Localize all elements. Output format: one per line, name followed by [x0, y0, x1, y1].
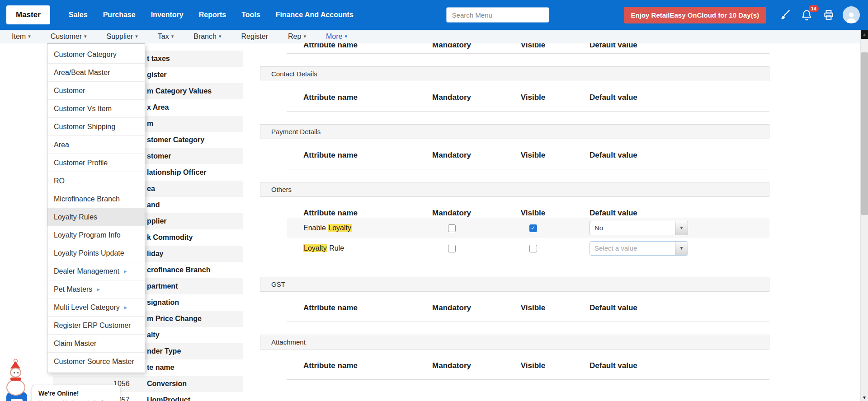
nav-item-sales[interactable]: Sales — [69, 11, 88, 19]
select-value: No — [590, 224, 675, 232]
section-header-bar: Payment Details — [260, 124, 769, 139]
notification-badge: 14 — [809, 5, 819, 12]
menu-item-label: Dealer Management — [54, 262, 119, 280]
menu-item-microfinance-branch[interactable]: Microfinance Branch — [47, 190, 145, 208]
menu-item-loyalty-points-update[interactable]: Loyalty Points Update — [47, 244, 145, 262]
subnav-label: Tax — [158, 33, 169, 41]
menu-item-customer-profile[interactable]: Customer Profile — [47, 154, 145, 172]
menu-item-customer-shipping[interactable]: Customer Shipping — [47, 118, 145, 136]
col-attribute-name: Attribute name — [287, 93, 413, 102]
subnav-item-more[interactable]: More ▾ — [326, 33, 347, 41]
notifications-bell-icon[interactable]: 14 — [801, 9, 813, 21]
section-title: Others — [271, 186, 292, 193]
menu-item-area-beat-master[interactable]: Area/Beat Master — [47, 64, 145, 82]
menu-item-register-erp-customer[interactable]: Register ERP Customer — [47, 317, 145, 335]
menu-item-customer-source-master[interactable]: Customer Source Master — [47, 353, 145, 371]
section-title: Contact Details — [271, 70, 317, 78]
checkmark-icon: ✓ — [530, 225, 537, 232]
visible-checkbox[interactable]: ✓ — [529, 245, 537, 252]
user-avatar[interactable] — [843, 6, 860, 23]
menu-item-multi-level-category[interactable]: Multi Level Category▸ — [47, 298, 145, 317]
col-mandatory: Mandatory — [413, 361, 490, 370]
chevron-down-icon: ▾ — [303, 33, 306, 39]
scrollbar[interactable]: ▲ ▼ — [860, 30, 868, 401]
default-value-select[interactable]: Select a value ▼ — [590, 241, 688, 256]
menu-item-dealer-management[interactable]: Dealer Management▸ — [47, 262, 145, 280]
subnav-label: Supplier — [107, 33, 133, 41]
menu-item-label: Loyalty Points Update — [54, 244, 124, 262]
col-default-value: Default value — [576, 93, 769, 102]
menu-item-customer[interactable]: Customer — [47, 82, 145, 100]
nav-item-finance-and-accounts[interactable]: Finance And Accounts — [276, 11, 354, 19]
col-mandatory: Mandatory — [413, 93, 490, 102]
col-default-value: Default value — [576, 361, 769, 370]
mandatory-checkbox[interactable]: ✓ — [448, 224, 456, 232]
menu-item-label: Customer Shipping — [54, 118, 115, 136]
brush-icon[interactable] — [779, 9, 791, 21]
chat-mascot-snowman — [4, 360, 28, 396]
section-title: GST — [271, 280, 285, 288]
col-visible: Visible — [490, 43, 576, 50]
mandatory-checkbox[interactable]: ✓ — [448, 245, 456, 252]
col-default-value: Default value — [576, 303, 769, 312]
section-header-bar: Contact Details — [260, 66, 769, 81]
menu-item-pet-masters[interactable]: Pet Masters▸ — [47, 280, 145, 298]
scroll-down-icon[interactable]: ▼ — [861, 395, 868, 400]
col-default-value: Default value — [576, 209, 769, 218]
attribute-row-loyalty-rule: Loyalty Rule ✓ ✓ Select a value ▼ — [287, 238, 769, 258]
default-value-select[interactable]: No ▼ — [590, 221, 688, 235]
menu-item-loyalty-rules[interactable]: Loyalty Rules — [47, 208, 145, 226]
nav-item-inventory[interactable]: Inventory — [151, 11, 184, 19]
chevron-down-icon: ▾ — [84, 33, 87, 39]
nav-item-tools[interactable]: Tools — [241, 11, 260, 19]
subnav-item-register[interactable]: Register — [241, 33, 268, 41]
attribute-name: Enable Loyalty — [287, 224, 413, 232]
printer-icon[interactable] — [823, 9, 835, 21]
subnav-item-supplier[interactable]: Supplier ▾ — [107, 33, 138, 41]
attribute-table: Attribute name Mandatory Visible Default… — [287, 197, 769, 264]
subnav-item-rep[interactable]: Rep ▾ — [288, 33, 306, 41]
menu-item-label: Customer Source Master — [54, 353, 134, 371]
menu-item-customer-vs-item[interactable]: Customer Vs Item — [47, 100, 145, 118]
col-default-value: Default value — [576, 43, 769, 50]
subnav-item-customer[interactable]: Customer ▾ — [51, 33, 87, 41]
subnav-item-branch[interactable]: Branch ▾ — [193, 33, 221, 41]
col-attribute-name: Attribute name — [287, 43, 413, 50]
subnav-label: More — [326, 33, 342, 41]
top-navbar: Master Sales Purchase Inventory Reports … — [0, 0, 868, 30]
subnav-item-item[interactable]: Item ▾ — [12, 33, 31, 41]
submenu-arrow-icon: ▸ — [97, 280, 100, 298]
menu-item-ro[interactable]: RO — [47, 172, 145, 190]
menu-item-claim-master[interactable]: Claim Master — [47, 335, 145, 353]
menu-item-loyalty-program-info[interactable]: Loyalty Program Info — [47, 226, 145, 244]
select-dropdown-arrow-icon[interactable]: ▼ — [675, 221, 688, 235]
col-default-value: Default value — [576, 151, 769, 160]
select-dropdown-arrow-icon[interactable]: ▼ — [675, 242, 688, 255]
col-mandatory: Mandatory — [413, 151, 490, 160]
select-value: Select a value — [590, 244, 675, 252]
col-attribute-name: Attribute name — [287, 361, 413, 370]
subnav-item-tax[interactable]: Tax ▾ — [158, 33, 174, 41]
col-attribute-name: Attribute name — [287, 303, 413, 312]
nav-item-purchase[interactable]: Purchase — [103, 11, 136, 19]
menu-item-label: Customer Profile — [54, 154, 108, 172]
col-mandatory: Mandatory — [413, 303, 490, 312]
col-visible: Visible — [490, 303, 576, 312]
chat-online-status: We're Online! — [38, 390, 113, 397]
menu-item-area[interactable]: Area — [47, 136, 145, 154]
trial-promo-button[interactable]: Enjoy RetailEasy OnCloud for 10 Day(s) — [624, 7, 766, 23]
nav-item-reports[interactable]: Reports — [199, 11, 226, 19]
menu-item-label: Pet Masters — [54, 280, 92, 298]
menu-item-label: Loyalty Rules — [54, 208, 97, 226]
menu-search-input[interactable] — [446, 7, 549, 23]
scroll-up-icon[interactable]: ▲ — [861, 30, 868, 39]
customer-dropdown-menu: Customer Category Area/Beat Master Custo… — [47, 43, 145, 373]
subnav-label: Branch — [193, 33, 217, 41]
menu-item-customer-category[interactable]: Customer Category — [47, 46, 145, 64]
col-attribute-name: Attribute name — [287, 151, 413, 160]
attribute-table: Attribute name Mandatory Visible Default… — [287, 292, 769, 322]
visible-checkbox[interactable]: ✓ — [529, 224, 537, 232]
master-menu-button[interactable]: Master — [6, 5, 50, 24]
scrollbar-thumb[interactable] — [861, 52, 868, 215]
search-highlight: Loyalty — [303, 244, 327, 252]
